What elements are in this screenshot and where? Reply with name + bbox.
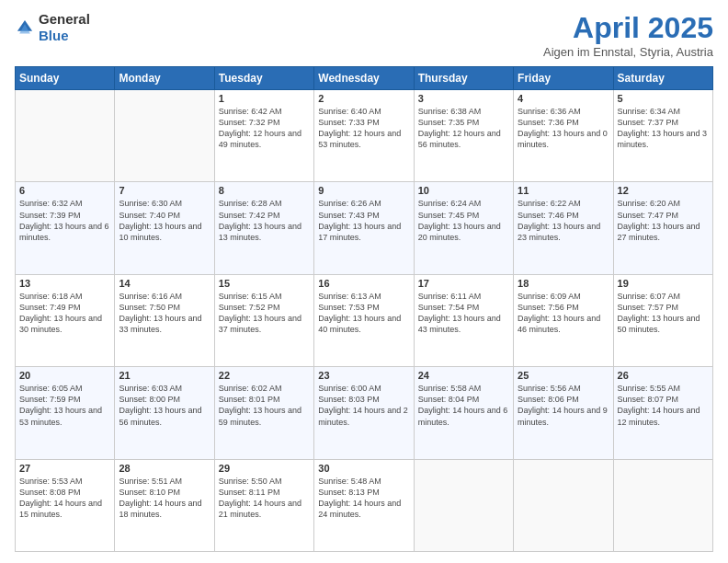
- sunset-text: Sunset: 7:36 PM: [518, 117, 609, 128]
- day-cell: 13Sunrise: 6:18 AMSunset: 7:49 PMDayligh…: [16, 274, 115, 366]
- day-info: Sunrise: 5:58 AMSunset: 8:04 PMDaylight:…: [418, 383, 509, 428]
- sunset-text: Sunset: 8:13 PM: [318, 487, 409, 498]
- day-number: 13: [19, 278, 110, 289]
- logo-text: General Blue: [39, 11, 90, 44]
- day-info: Sunrise: 6:26 AMSunset: 7:43 PMDaylight:…: [318, 198, 409, 243]
- sunset-text: Sunset: 8:01 PM: [219, 394, 310, 405]
- sunset-text: Sunset: 7:57 PM: [618, 302, 709, 313]
- sunrise-text: Sunrise: 6:24 AM: [418, 198, 509, 209]
- sunset-text: Sunset: 7:42 PM: [219, 210, 310, 221]
- day-info: Sunrise: 6:05 AMSunset: 7:59 PMDaylight:…: [19, 383, 110, 428]
- day-cell: 9Sunrise: 6:26 AMSunset: 7:43 PMDaylight…: [314, 182, 414, 274]
- day-number: 7: [119, 185, 210, 196]
- daylight-text: Daylight: 13 hours and 40 minutes.: [318, 313, 409, 335]
- day-info: Sunrise: 5:55 AMSunset: 8:07 PMDaylight:…: [618, 383, 709, 428]
- calendar-body: 1Sunrise: 6:42 AMSunset: 7:32 PMDaylight…: [16, 90, 713, 552]
- sunset-text: Sunset: 8:03 PM: [318, 394, 409, 405]
- daylight-text: Daylight: 13 hours and 37 minutes.: [219, 313, 310, 335]
- sunrise-text: Sunrise: 6:42 AM: [219, 106, 310, 117]
- daylight-text: Daylight: 13 hours and 0 minutes.: [518, 128, 609, 150]
- daylight-text: Daylight: 13 hours and 10 minutes.: [119, 221, 210, 243]
- calendar-table: Sunday Monday Tuesday Wednesday Thursday…: [15, 66, 713, 552]
- sunrise-text: Sunrise: 6:20 AM: [618, 198, 709, 209]
- day-cell: 22Sunrise: 6:02 AMSunset: 8:01 PMDayligh…: [214, 367, 313, 459]
- daylight-text: Daylight: 13 hours and 30 minutes.: [19, 313, 110, 335]
- day-cell: 30Sunrise: 5:48 AMSunset: 8:13 PMDayligh…: [314, 459, 414, 551]
- sunset-text: Sunset: 8:00 PM: [119, 394, 210, 405]
- sunrise-text: Sunrise: 6:13 AM: [318, 291, 409, 302]
- sunrise-text: Sunrise: 5:48 AM: [318, 476, 409, 487]
- daylight-text: Daylight: 12 hours and 56 minutes.: [418, 128, 509, 150]
- sunrise-text: Sunrise: 6:36 AM: [518, 106, 609, 117]
- sunset-text: Sunset: 8:10 PM: [119, 487, 210, 498]
- daylight-text: Daylight: 12 hours and 49 minutes.: [219, 128, 310, 150]
- daylight-text: Daylight: 13 hours and 20 minutes.: [418, 221, 509, 243]
- day-number: 1: [219, 93, 310, 104]
- day-cell: 14Sunrise: 6:16 AMSunset: 7:50 PMDayligh…: [115, 274, 214, 366]
- day-number: 6: [19, 185, 110, 196]
- daylight-text: Daylight: 14 hours and 2 minutes.: [318, 405, 409, 427]
- sunset-text: Sunset: 7:50 PM: [119, 302, 210, 313]
- day-info: Sunrise: 6:42 AMSunset: 7:32 PMDaylight:…: [219, 106, 310, 151]
- sunrise-text: Sunrise: 6:15 AM: [219, 291, 310, 302]
- daylight-text: Daylight: 13 hours and 13 minutes.: [219, 221, 310, 243]
- sunset-text: Sunset: 8:08 PM: [19, 487, 110, 498]
- day-info: Sunrise: 6:28 AMSunset: 7:42 PMDaylight:…: [219, 198, 310, 243]
- day-number: 17: [418, 278, 509, 289]
- day-number: 23: [318, 370, 409, 381]
- col-tuesday: Tuesday: [214, 67, 313, 90]
- sunrise-text: Sunrise: 5:50 AM: [219, 476, 310, 487]
- sunrise-text: Sunrise: 6:38 AM: [418, 106, 509, 117]
- day-number: 30: [318, 463, 409, 474]
- daylight-text: Daylight: 14 hours and 15 minutes.: [19, 498, 110, 520]
- day-cell: 26Sunrise: 5:55 AMSunset: 8:07 PMDayligh…: [613, 367, 712, 459]
- day-cell: 15Sunrise: 6:15 AMSunset: 7:52 PMDayligh…: [214, 274, 313, 366]
- day-cell: 29Sunrise: 5:50 AMSunset: 8:11 PMDayligh…: [214, 459, 313, 551]
- day-cell: 8Sunrise: 6:28 AMSunset: 7:42 PMDaylight…: [214, 182, 313, 274]
- daylight-text: Daylight: 12 hours and 53 minutes.: [318, 128, 409, 150]
- sunset-text: Sunset: 7:56 PM: [518, 302, 609, 313]
- day-number: 29: [219, 463, 310, 474]
- day-number: 8: [219, 185, 310, 196]
- day-number: 2: [318, 93, 409, 104]
- day-number: 22: [219, 370, 310, 381]
- day-cell: 21Sunrise: 6:03 AMSunset: 8:00 PMDayligh…: [115, 367, 214, 459]
- day-cell: 7Sunrise: 6:30 AMSunset: 7:40 PMDaylight…: [115, 182, 214, 274]
- sunset-text: Sunset: 8:04 PM: [418, 394, 509, 405]
- day-info: Sunrise: 6:22 AMSunset: 7:46 PMDaylight:…: [518, 198, 609, 243]
- daylight-text: Daylight: 13 hours and 3 minutes.: [618, 128, 709, 150]
- daylight-text: Daylight: 13 hours and 43 minutes.: [418, 313, 509, 335]
- sunrise-text: Sunrise: 6:07 AM: [618, 291, 709, 302]
- day-cell: 4Sunrise: 6:36 AMSunset: 7:36 PMDaylight…: [514, 90, 613, 182]
- daylight-text: Daylight: 13 hours and 33 minutes.: [119, 313, 210, 335]
- sunrise-text: Sunrise: 6:05 AM: [19, 383, 110, 394]
- day-number: 18: [518, 278, 609, 289]
- subtitle: Aigen im Ennstal, Styria, Austria: [543, 45, 713, 59]
- daylight-text: Daylight: 13 hours and 46 minutes.: [518, 313, 609, 335]
- sunset-text: Sunset: 8:11 PM: [219, 487, 310, 498]
- day-info: Sunrise: 6:15 AMSunset: 7:52 PMDaylight:…: [219, 291, 310, 336]
- day-info: Sunrise: 6:32 AMSunset: 7:39 PMDaylight:…: [19, 198, 110, 243]
- col-thursday: Thursday: [414, 67, 513, 90]
- day-info: Sunrise: 6:30 AMSunset: 7:40 PMDaylight:…: [119, 198, 210, 243]
- day-cell: [115, 90, 214, 182]
- day-number: 26: [618, 370, 709, 381]
- day-number: 16: [318, 278, 409, 289]
- day-number: 21: [119, 370, 210, 381]
- day-info: Sunrise: 6:18 AMSunset: 7:49 PMDaylight:…: [19, 291, 110, 336]
- day-cell: [414, 459, 513, 551]
- day-number: 20: [19, 370, 110, 381]
- sunrise-text: Sunrise: 6:28 AM: [219, 198, 310, 209]
- day-info: Sunrise: 6:03 AMSunset: 8:00 PMDaylight:…: [119, 383, 210, 428]
- day-cell: 23Sunrise: 6:00 AMSunset: 8:03 PMDayligh…: [314, 367, 414, 459]
- day-info: Sunrise: 6:38 AMSunset: 7:35 PMDaylight:…: [418, 106, 509, 151]
- logo-blue: Blue: [39, 28, 69, 43]
- day-cell: 10Sunrise: 6:24 AMSunset: 7:45 PMDayligh…: [414, 182, 513, 274]
- sunset-text: Sunset: 7:45 PM: [418, 210, 509, 221]
- day-info: Sunrise: 6:07 AMSunset: 7:57 PMDaylight:…: [618, 291, 709, 336]
- day-number: 15: [219, 278, 310, 289]
- sunset-text: Sunset: 7:35 PM: [418, 117, 509, 128]
- logo: General Blue: [15, 11, 90, 44]
- day-info: Sunrise: 6:36 AMSunset: 7:36 PMDaylight:…: [518, 106, 609, 151]
- col-sunday: Sunday: [16, 67, 115, 90]
